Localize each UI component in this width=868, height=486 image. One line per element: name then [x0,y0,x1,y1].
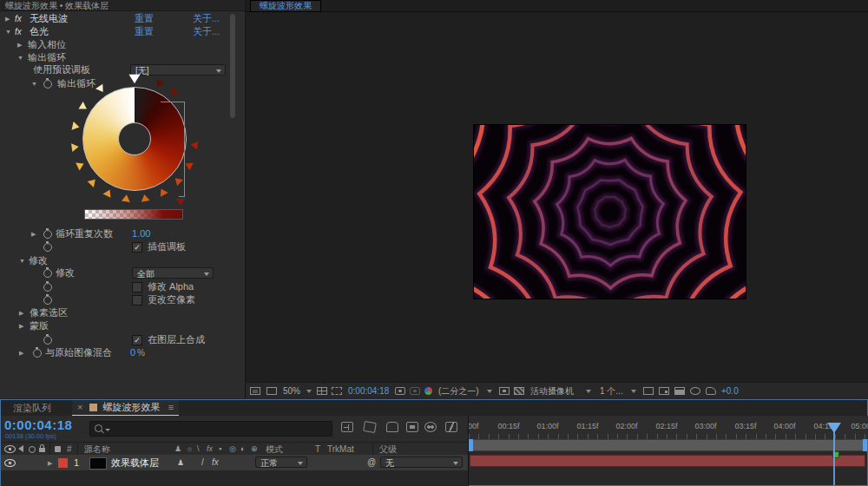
3d-layer-column-icon[interactable]: ⊕ [251,444,258,454]
mini-flowchart-icon[interactable] [341,422,353,432]
solo-column-icon[interactable] [29,446,36,453]
layer-name[interactable]: 效果载体层 [111,455,159,470]
primary-viewer-icon[interactable] [266,387,277,395]
wheel-marker-icon[interactable] [172,175,183,187]
close-icon[interactable]: × [77,402,82,412]
video-column-icon[interactable] [4,445,16,453]
view-layout-value[interactable]: 1 个... [600,383,623,399]
stopwatch-icon[interactable] [43,283,52,292]
expand-icon[interactable]: ▶ [19,306,23,319]
parent-pickwhip-icon[interactable]: @ [367,455,376,470]
fx-column-icon[interactable]: fx [207,444,213,454]
region-of-interest-icon[interactable] [332,387,342,395]
wheel-marker-icon[interactable] [95,84,107,95]
checkbox-unchecked[interactable] [132,282,142,292]
stopwatch-icon[interactable] [43,230,52,239]
layer-visibility-icon[interactable] [4,459,16,467]
wheel-marker-icon[interactable] [157,187,168,197]
effect-row-radio-waves[interactable]: ▶ fx 无线电波 重置 关于... [0,12,245,25]
panel-menu-icon[interactable]: ≡ [168,402,174,412]
stopwatch-icon[interactable] [43,243,52,252]
wheel-marker-icon[interactable] [190,141,198,150]
current-time-display[interactable]: 0:00:04:18 [4,417,72,432]
wheel-marker-icon[interactable] [72,122,81,131]
work-area-end-handle[interactable] [863,439,867,451]
graph-editor-icon[interactable] [445,422,457,432]
lock-column-icon[interactable] [39,448,45,452]
trkmat-t-column[interactable]: T [315,443,320,456]
checkbox-checked[interactable]: ✓ [132,335,142,345]
expand-icon[interactable]: ▶ [19,319,23,332]
time-ruler[interactable]: :00f 00:15f 01:00f 01:15f 02:00f 02:15f … [469,416,868,439]
fx-badge-icon[interactable]: fx [15,12,22,25]
about-link[interactable]: 关于... [193,25,220,38]
parent-column[interactable]: 父级 [379,443,397,456]
property-value[interactable]: 1.00 [132,227,150,240]
stopwatch-icon[interactable] [33,349,42,358]
chevron-down-icon[interactable] [631,390,636,393]
layer-duration-bar[interactable] [470,455,865,467]
wheel-marker-icon[interactable] [76,160,86,170]
collapse-column-icon[interactable]: ☼ [186,444,193,454]
frame-blend-icon[interactable] [406,422,418,432]
motion-blur-column-icon[interactable]: ◎ [229,444,236,454]
chevron-down-icon[interactable] [586,390,591,393]
grid-guides-icon[interactable] [317,387,327,395]
expand-icon[interactable]: ▶ [5,12,10,25]
label-column-icon[interactable] [55,446,61,452]
reset-link[interactable]: 重置 [135,12,154,25]
parent-dropdown[interactable]: 无 [380,456,463,468]
collapse-icon[interactable]: ▼ [19,254,25,267]
wheel-marker-icon[interactable] [71,142,79,152]
wheel-marker-icon[interactable] [88,176,99,187]
wheel-marker-icon[interactable] [78,102,89,113]
checkbox-unchecked[interactable] [132,295,142,305]
stopwatch-icon[interactable] [43,269,52,278]
output-gradient-strip[interactable] [84,209,183,220]
tab-timeline-comp[interactable]: × 螺旋波形效果 ≡ [72,400,179,416]
layer-fx-switch[interactable]: fx [212,455,219,470]
transparency-grid-icon[interactable] [514,387,524,395]
wheel-marker-icon[interactable] [122,194,131,202]
effect-row-colorama[interactable]: ▼ fx 色光 重置 关于... [0,25,245,38]
preset-palette-dropdown[interactable]: [无] [130,64,226,76]
effect-name[interactable]: 无线电波 [30,12,68,25]
playhead-line[interactable] [833,424,835,485]
layer-shy-switch[interactable]: ♟ [177,455,184,470]
checkbox-checked[interactable]: ✓ [132,242,142,253]
effect-name[interactable]: 色光 [30,25,49,38]
mode-column[interactable]: 模式 [266,443,283,456]
wheel-marker-icon[interactable] [168,88,179,99]
always-preview-icon[interactable] [250,387,260,395]
blend-mode-dropdown[interactable]: 正常 [255,456,307,468]
wheel-marker-icon[interactable] [140,194,149,202]
histogram-icon[interactable] [674,387,685,395]
timeline-search-input[interactable] [89,421,332,437]
expand-icon[interactable]: ▶ [17,38,22,51]
stopwatch-icon[interactable] [43,336,52,345]
work-area-start-handle[interactable] [469,439,473,451]
expand-icon[interactable]: ▶ [48,456,52,471]
playhead-marker[interactable] [827,423,841,433]
exposure-value[interactable]: +0.0 [721,383,739,399]
show-snapshot-icon[interactable] [410,387,420,395]
property-value[interactable]: 0 [130,346,135,359]
draft-3d-icon[interactable] [363,421,377,433]
collapse-icon[interactable]: ▼ [5,25,11,38]
camera-view-value[interactable]: 活动摄像机 [530,383,574,399]
reset-link[interactable]: 重置 [135,25,154,38]
wheel-marker-icon[interactable] [154,79,164,89]
about-link[interactable]: 关于... [193,12,220,25]
stopwatch-icon[interactable] [43,296,52,305]
collapse-icon[interactable]: ▼ [17,51,23,64]
work-area-bar[interactable] [469,439,867,451]
fast-previews-icon[interactable] [706,387,716,395]
strip-selection-arrow[interactable] [176,199,185,206]
expand-icon[interactable]: ▶ [31,227,36,240]
motion-blur-icon[interactable] [424,422,437,432]
shy-column-icon[interactable]: ♟ [174,444,181,454]
magnification-value[interactable]: 50% [283,383,300,399]
number-column-icon[interactable]: # [67,444,72,454]
snapshot-camera-icon[interactable] [395,387,405,395]
preview-timecode[interactable]: 0:00:04:18 [348,383,389,399]
